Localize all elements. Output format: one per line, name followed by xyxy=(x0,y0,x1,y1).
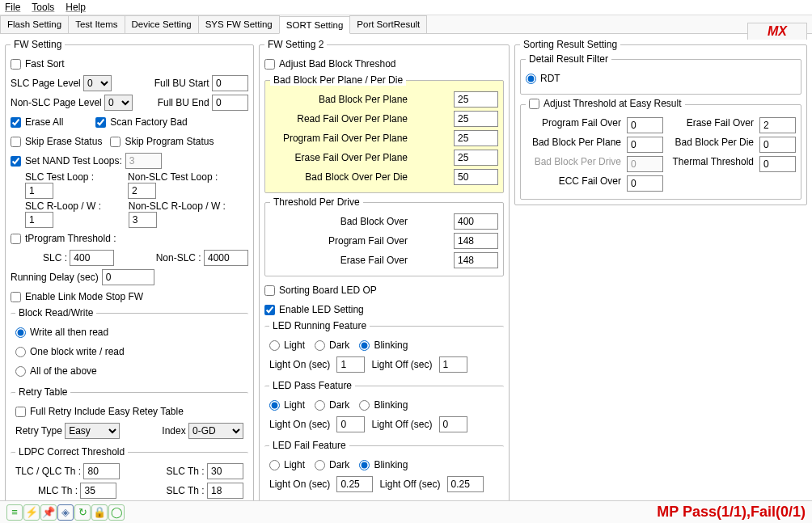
nonslc-page-level-select[interactable]: 0 xyxy=(104,95,133,111)
pass-on-label: Light On (sec) xyxy=(269,419,330,430)
tab-sys-fw-setting[interactable]: SYS FW Setting xyxy=(198,15,280,33)
sort-pf-input[interactable] xyxy=(627,117,663,133)
sort-ecc-input[interactable] xyxy=(627,175,663,192)
sb-list-icon[interactable]: ≡ xyxy=(6,504,23,521)
sb-lock-icon[interactable]: 🔒 xyxy=(91,504,108,521)
mlc-th-input[interactable] xyxy=(80,483,116,499)
tab-sort-setting[interactable]: SORT Setting xyxy=(279,16,351,34)
slc-page-level-label: SLC Page Level xyxy=(11,78,81,89)
full-bu-start-input[interactable] xyxy=(212,75,248,91)
pass-dark-radio[interactable] xyxy=(315,400,325,411)
menu-file[interactable]: File xyxy=(5,2,20,13)
fail-off-input[interactable] xyxy=(447,476,484,492)
skip-erase-cb[interactable] xyxy=(11,137,21,147)
pf-plane-label: Program Fail Over Per Plane xyxy=(270,133,408,144)
adjust-easy-cb[interactable] xyxy=(529,99,539,109)
run-off-input[interactable] xyxy=(439,356,467,373)
fail-blinking-radio[interactable] xyxy=(359,460,370,470)
sort-bbplane-label: Bad Block Per Plane xyxy=(526,137,621,153)
skip-program-cb[interactable] xyxy=(110,137,121,147)
tab-flash-setting[interactable]: Flash Setting xyxy=(0,15,69,33)
brw-one-block-radio[interactable] xyxy=(15,347,26,357)
run-on-input[interactable] xyxy=(336,356,365,373)
sort-bbplane-input[interactable] xyxy=(627,137,663,153)
tab-port-sortresult[interactable]: Port SortResult xyxy=(349,15,427,33)
sb-pin-icon[interactable]: 📌 xyxy=(40,504,57,521)
sb-refresh-icon[interactable]: ↻ xyxy=(74,504,91,521)
fast-sort-cb[interactable] xyxy=(11,59,21,70)
run-blinking-label: Blinking xyxy=(374,340,408,351)
sb-cube-icon[interactable]: ◈ xyxy=(57,504,74,521)
adjust-bb-cb[interactable] xyxy=(264,59,275,70)
menu-tools[interactable]: Tools xyxy=(32,2,54,13)
sorting-led-label: Sorting Board LED OP xyxy=(279,285,377,296)
fail-on-label: Light On (sec) xyxy=(269,479,330,490)
pf-over-input[interactable] xyxy=(454,233,498,249)
pass-on-input[interactable] xyxy=(336,416,365,432)
set-nand-loops-cb[interactable] xyxy=(11,156,21,167)
run-light-radio[interactable] xyxy=(269,340,280,351)
fw-setting-group: FW Setting Fast Sort SLC Page Level 0 Fu… xyxy=(5,39,254,512)
bb-over-input[interactable] xyxy=(454,213,498,230)
tlc-th-input[interactable] xyxy=(83,463,120,479)
retry-index-select[interactable]: 0-GD xyxy=(188,423,243,439)
slc-th-label: SLC Th : xyxy=(167,466,205,477)
fail-on-input[interactable] xyxy=(336,476,373,492)
sorting-led-cb[interactable] xyxy=(264,285,275,296)
sb-circle-icon[interactable]: ◯ xyxy=(108,504,125,521)
bb-die-input[interactable] xyxy=(454,169,498,185)
slc-page-level-select[interactable]: 0 xyxy=(83,75,112,91)
fail-light-radio[interactable] xyxy=(269,460,280,470)
enable-link-cb[interactable] xyxy=(11,292,21,302)
brw-all-radio[interactable] xyxy=(15,366,26,377)
pass-light-radio[interactable] xyxy=(269,400,280,411)
nonslc-val-input[interactable] xyxy=(204,250,248,266)
mp-status: MP Pass(1/1),Fail(0/1) xyxy=(657,504,806,521)
slc-test-loop-input[interactable] xyxy=(25,183,53,199)
erase-all-cb[interactable] xyxy=(11,117,21,128)
tab-test-items[interactable]: Test Items xyxy=(68,15,125,33)
tprogram-thresh-label: tProgram Threshold : xyxy=(25,233,116,244)
pass-off-input[interactable] xyxy=(439,416,467,432)
slc-val-input[interactable] xyxy=(70,250,114,266)
run-blinking-radio[interactable] xyxy=(359,340,370,351)
full-retry-cb[interactable] xyxy=(15,407,26,417)
ef-over-label: Erase Fail Over xyxy=(270,255,408,266)
fail-dark-radio[interactable] xyxy=(315,460,325,470)
ef-over-input[interactable] xyxy=(454,252,498,268)
run-dark-radio[interactable] xyxy=(315,340,325,351)
menu-help[interactable]: Help xyxy=(66,2,86,13)
full-bu-start-label: Full BU Start xyxy=(154,78,209,89)
sorting-result-group: Sorting Result Setting Detail Result Fil… xyxy=(514,39,807,205)
sort-ef-input[interactable] xyxy=(759,117,796,133)
nonslc-test-loop-input[interactable] xyxy=(128,183,156,199)
nonslc-rloop-input[interactable] xyxy=(129,212,157,228)
mx-label: MX xyxy=(747,23,807,40)
tab-device-setting[interactable]: Device Setting xyxy=(125,15,199,33)
scan-factory-label: Scan Factory Bad xyxy=(110,116,187,128)
scan-factory-cb[interactable] xyxy=(95,117,106,128)
pass-off-label: Light Off (sec) xyxy=(371,419,432,430)
rdt-radio[interactable] xyxy=(526,74,536,84)
sort-bbdie-input[interactable] xyxy=(759,137,796,153)
brw-opt1-label: Write all then read xyxy=(30,327,108,338)
pf-plane-input[interactable] xyxy=(454,130,498,146)
enable-led-cb[interactable] xyxy=(264,305,275,315)
slc-rloop-input[interactable] xyxy=(25,212,53,228)
full-bu-end-input[interactable] xyxy=(212,95,248,111)
brw-write-all-radio[interactable] xyxy=(15,327,26,338)
tprogram-thresh-cb[interactable] xyxy=(11,234,21,244)
brw-opt2-label: One block write / read xyxy=(30,346,125,357)
slc-th2-input[interactable] xyxy=(207,483,243,499)
ef-plane-input[interactable] xyxy=(454,150,498,166)
retry-type-select[interactable]: Easy xyxy=(65,423,120,439)
rf-plane-label: Read Fail Over Per Plane xyxy=(270,113,408,124)
bb-plane-input[interactable] xyxy=(454,91,498,108)
sort-thermal-input[interactable] xyxy=(759,156,796,172)
pass-blinking-radio[interactable] xyxy=(359,400,370,411)
sb-bolt-icon[interactable]: ⚡ xyxy=(23,504,40,521)
slc-th-input[interactable] xyxy=(207,463,243,479)
rf-plane-input[interactable] xyxy=(454,111,498,127)
running-delay-input[interactable] xyxy=(102,269,154,285)
status-bar: ≡ ⚡ 📌 ◈ ↻ 🔒 ◯ MP Pass(1/1),Fail(0/1) xyxy=(0,500,812,523)
